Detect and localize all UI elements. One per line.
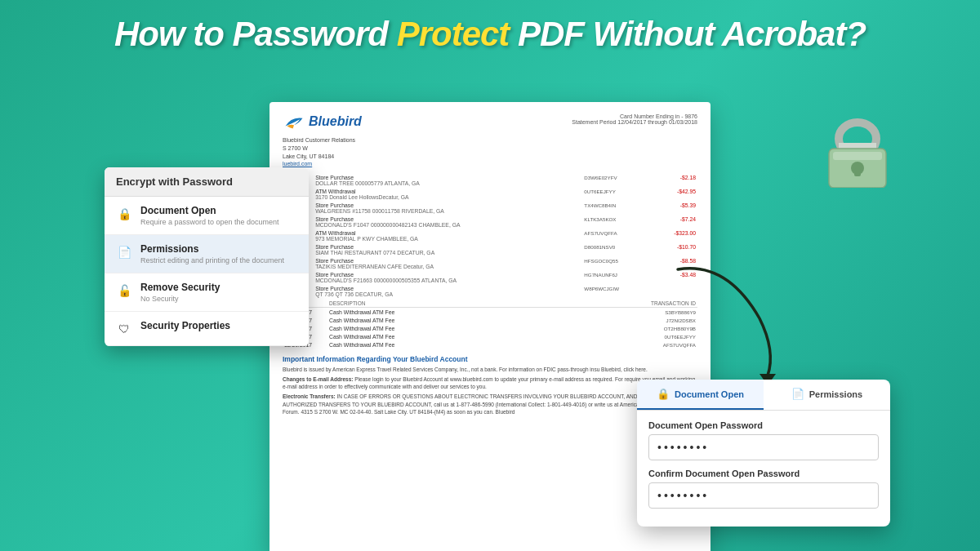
encrypt-item-title-security-properties: Security Properties <box>140 320 230 331</box>
fees-table: 12/21/2017 Cash Withdrawal ATM Fee S3BYB… <box>283 308 697 349</box>
tx-type: ATM Withdrawal <box>315 230 581 236</box>
fee-desc: Cash Withdrawal ATM Fee <box>327 332 640 340</box>
tx-id: HG7NAUNF6J <box>582 270 652 284</box>
encrypt-item-text-document-open: Document Open Require a password to open… <box>140 205 279 226</box>
bluebird-name: Bluebird <box>309 114 362 129</box>
tx-type: Store Purchase <box>315 286 581 291</box>
svg-rect-3 <box>833 152 882 160</box>
tab-permissions[interactable]: 📄 Permissions <box>764 380 890 410</box>
tx-id: W8P6WCJGIW <box>582 284 652 298</box>
tx-id: D80081NSV0 <box>582 242 652 256</box>
table-row: /2017 Store Purchase SIAM THAI RESTAURAN… <box>283 242 697 256</box>
tx-desc: Store Purchase QT 736 QT 736 DECATUR, GA <box>314 284 582 298</box>
important-text: Bluebird is issued by American Express T… <box>283 366 697 373</box>
tx-id: TX4WC8B4IN <box>582 201 652 215</box>
tx-merchant: 3170 Donald Lee HollowsDecatur, GA <box>315 194 581 200</box>
password-label: Document Open Password <box>648 420 879 430</box>
confirm-password-input[interactable] <box>648 482 879 509</box>
table-row: /2017 Store Purchase TAZIKIS MEDITERRANE… <box>283 256 697 270</box>
curved-arrow-icon <box>662 253 792 384</box>
tx-id: D3W6E02YFV <box>582 173 652 187</box>
encrypt-item-title-permissions: Permissions <box>140 243 284 255</box>
encrypt-item-document-open[interactable]: 🔒 Document Open Require a password to op… <box>105 197 309 235</box>
tx-desc: Store Purchase MCDONALD'S F1047 00000000… <box>314 215 582 229</box>
svg-rect-5 <box>854 168 861 176</box>
docopen-tabs: 🔒 Document Open 📄 Permissions <box>637 380 890 411</box>
table-row: /2017 Store Purchase QT 736 QT 736 DECAT… <box>283 284 697 298</box>
table-row: /2017 Store Purchase WALGREENS #11758 00… <box>283 201 697 215</box>
bluebird-logo: Bluebird <box>283 113 362 130</box>
encrypt-item-remove-security[interactable]: 🔓 Remove Security No Security <box>105 273 309 312</box>
tx-id: KLTK3A5KOX <box>582 215 652 229</box>
tx-merchant: TAZIKIS MEDITERRANEAN CAFE Decatur, GA <box>315 264 581 269</box>
table-row: 12/22/2017 Cash Withdrawal ATM Fee OT2HB… <box>283 324 697 332</box>
document-open-tab-icon: 🔒 <box>657 388 670 400</box>
title-part1: How to Password <box>114 15 397 53</box>
table-row: 12/21/2017 Cash Withdrawal ATM Fee J72NI… <box>283 316 697 324</box>
encrypt-item-icon-document-open: 🔒 <box>116 206 132 222</box>
tx-amount: -$5.39 <box>652 201 697 215</box>
encrypt-item-title-remove-security: Remove Security <box>140 282 220 293</box>
table-row: /2017 ATM Withdrawal 973 MEMORIAL P KWY … <box>283 229 697 242</box>
tx-merchant: MCDONALD'S F1047 000000000482143 CHAMBLE… <box>315 222 581 228</box>
encrypt-item-sub-document-open: Require a password to open the document <box>140 218 279 226</box>
tx-type: Store Purchase <box>315 272 581 278</box>
encrypt-panel: Encrypt with Password 🔒 Document Open Re… <box>105 167 309 346</box>
tx-desc: ATM Withdrawal 973 MEMORIAL P KWY CHAMBL… <box>314 229 582 242</box>
fee-desc: Cash Withdrawal ATM Fee <box>327 340 640 349</box>
tx-id: AFS7UVQFFA <box>582 229 652 242</box>
website-link[interactable]: luebird.com <box>283 161 312 167</box>
fee-desc: Cash Withdrawal ATM Fee <box>327 316 640 324</box>
tx-desc: Store Purchase SIAM THAI RESTAURANT 0774… <box>314 242 582 256</box>
tx-type: Store Purchase <box>315 244 581 250</box>
tx-id: HFSGOC0Q55 <box>582 256 652 270</box>
title-part2: PDF Without Acrobat? <box>509 15 866 53</box>
encrypt-item-text-permissions: Permissions Restrict editing and printin… <box>140 243 284 264</box>
tx-type: Store Purchase <box>315 258 581 264</box>
fee-desc: Cash Withdrawal ATM Fee <box>327 308 640 316</box>
electronic-text: Electronic Transfers: IN CASE OF ERRORS … <box>283 393 697 415</box>
tx-amount: -$7.24 <box>652 215 697 229</box>
tx-desc: Store Purchase MCDONALD'S F21663 0000000… <box>314 270 582 284</box>
encrypt-item-icon-security-properties: 🛡 <box>116 321 132 337</box>
tx-type: Store Purchase <box>315 202 581 208</box>
tx-type: Store Purchase <box>315 175 581 180</box>
important-section: Important Information Regarding Your Blu… <box>283 355 697 415</box>
tx-id: 0UT6EEJFYY <box>582 187 652 201</box>
tx-desc: Store Purchase TAZIKIS MEDITERRANEAN CAF… <box>314 256 582 270</box>
company-name: Bluebird Customer Relations <box>283 137 355 143</box>
table-row: /2017 Store Purchase DOLLAR TREE 0000057… <box>283 173 697 187</box>
table-row: /2017 ATM Withdrawal 3170 Donald Lee Hol… <box>283 187 697 201</box>
docopen-body: Document Open Password Confirm Document … <box>637 411 890 527</box>
changes-text: Changes to E-mail Address: Please login … <box>283 375 697 390</box>
encrypt-item-icon-remove-security: 🔓 <box>116 282 132 299</box>
table-row: 12/23/2017 Cash Withdrawal ATM Fee 0UT6E… <box>283 332 697 340</box>
tx-type: Store Purchase <box>315 216 581 222</box>
table-row: /2017 Store Purchase MCDONALD'S F1047 00… <box>283 215 697 229</box>
tab-document-open[interactable]: 🔒 Document Open <box>637 380 764 410</box>
pdf-address: Bluebird Customer Relations S 2700 W Lak… <box>283 136 697 168</box>
encrypt-items-list: 🔒 Document Open Require a password to op… <box>105 197 309 346</box>
encrypt-item-permissions[interactable]: 📄 Permissions Restrict editing and print… <box>105 235 309 273</box>
tx-merchant: WALGREENS #11758 000011758 RIVERDALE, GA <box>315 208 581 214</box>
table-row: 12/26/2017 Cash Withdrawal ATM Fee AFS7U… <box>283 340 697 349</box>
tx-desc: ATM Withdrawal 3170 Donald Lee HollowsDe… <box>314 187 582 201</box>
transactions-table: /2017 Store Purchase DOLLAR TREE 0000057… <box>283 173 697 298</box>
card-number: Card Number Ending in - 9876 Statement P… <box>572 113 697 125</box>
lock-icon <box>821 106 894 188</box>
tx-type: ATM Withdrawal <box>315 189 581 194</box>
confirm-label: Confirm Document Open Password <box>648 469 879 478</box>
encrypt-item-title-document-open: Document Open <box>140 205 279 216</box>
tx-merchant: SIAM THAI RESTAURANT 0774 DECATUR, GA <box>315 250 581 256</box>
encrypt-item-icon-permissions: 📄 <box>116 244 132 260</box>
tx-merchant: 973 MEMORIAL P KWY CHAMBLEE, GA <box>315 236 581 242</box>
pdf-header: Bluebird Card Number Ending in - 9876 St… <box>283 113 697 130</box>
encrypt-item-text-security-properties: Security Properties <box>140 320 230 333</box>
encrypt-panel-header: Encrypt with Password <box>105 167 309 197</box>
tx-desc: Store Purchase DOLLAR TREE 000005779 ATL… <box>314 173 582 187</box>
password-input[interactable] <box>648 434 879 460</box>
page-title: How to Password Protect PDF Without Acro… <box>114 15 866 53</box>
fee-desc: Cash Withdrawal ATM Fee <box>327 324 640 332</box>
important-title: Important Information Regarding Your Blu… <box>283 355 697 363</box>
encrypt-item-security-properties[interactable]: 🛡 Security Properties <box>105 312 309 346</box>
